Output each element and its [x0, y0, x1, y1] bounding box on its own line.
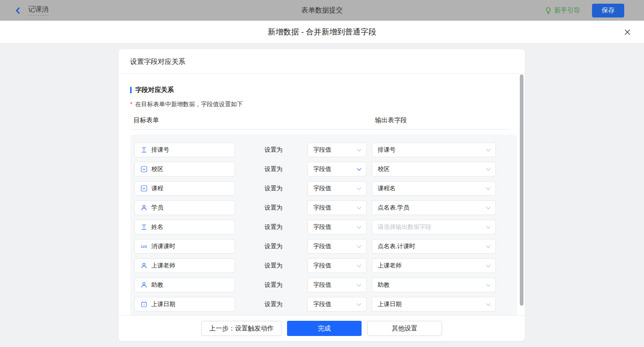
value-type-select[interactable]: 字段值 — [307, 297, 367, 312]
chevron-down-icon — [486, 301, 491, 306]
value-type-select[interactable]: 字段值 — [307, 239, 367, 254]
set-as-label: 设置为 — [264, 220, 282, 234]
value-type-selected: 字段值 — [313, 184, 331, 193]
topbar: 记课消 表单数据提交 新手引导 保存 — [0, 0, 644, 21]
target-field-label: 消课课时 — [151, 242, 175, 250]
lightbulb-icon — [545, 7, 552, 14]
output-field-selected: 助教 — [378, 281, 390, 289]
target-field-box[interactable]: 校区 — [134, 162, 235, 176]
field-type-icon — [140, 147, 147, 154]
accent-bar — [130, 87, 132, 93]
output-field-selected: 排课号 — [378, 146, 396, 154]
hint-text: *在目标表单中新增数据，字段值设置如下 — [130, 100, 525, 108]
output-field-select[interactable]: 排课号 — [372, 142, 496, 157]
target-field-label: 上课老师 — [151, 262, 175, 270]
save-button[interactable]: 保存 — [592, 4, 624, 17]
target-field-label: 学员 — [151, 204, 163, 212]
field-mapping-card: 设置字段对应关系 字段对应关系 *在目标表单中新增数据，字段值设置如下 目标表单… — [119, 49, 525, 341]
value-type-selected: 字段值 — [313, 204, 331, 212]
output-field-selected: 校区 — [378, 165, 390, 173]
output-field-select[interactable]: 助教 — [372, 278, 496, 292]
output-field-selected: 课程名 — [378, 184, 396, 193]
beginner-guide-label: 新手引导 — [554, 6, 580, 15]
field-mapping-row: 姓名 设置为 字段值 请选择输出数据字段 — [130, 220, 517, 234]
output-field-selected: 点名表.计课时 — [378, 242, 415, 250]
card-footer: 上一步：设置触发动作 完成 其他设置 — [119, 315, 525, 341]
field-type-icon — [140, 282, 147, 289]
value-type-selected: 字段值 — [313, 242, 331, 250]
modal-header: 新增数据 - 合并新增到普通字段 — [0, 21, 644, 44]
section-title: 字段对应关系 — [130, 86, 525, 94]
beginner-guide-button[interactable]: 新手引导 — [545, 6, 580, 15]
target-field-box[interactable]: 学员 — [134, 200, 235, 215]
scrollbar-thumb[interactable] — [520, 74, 523, 306]
value-type-select[interactable]: 字段值 — [307, 220, 367, 234]
value-type-selected: 字段值 — [313, 281, 331, 289]
target-field-label: 校区 — [151, 165, 163, 173]
field-rows: 排课号 设置为 字段值 排课号 校区 设置为 字段值 校区 课程 设置为 — [130, 135, 517, 315]
target-field-box[interactable]: 姓名 — [134, 220, 235, 234]
output-field-select[interactable]: 上课老师 — [372, 258, 496, 273]
chevron-down-icon — [357, 185, 362, 190]
chevron-down-icon — [357, 205, 362, 209]
set-as-label: 设置为 — [264, 181, 282, 196]
field-mapping-row: 学员 设置为 字段值 点名表.学员 — [130, 200, 517, 215]
chevron-down-icon — [357, 262, 362, 267]
target-field-box[interactable]: 7 上课日期 — [134, 297, 235, 312]
chevron-down-icon — [486, 224, 491, 228]
value-type-select[interactable]: 字段值 — [307, 200, 367, 215]
chevron-down-icon — [357, 301, 362, 306]
output-field-select[interactable]: 点名表.计课时 — [372, 239, 496, 254]
target-field-label: 助教 — [151, 281, 163, 289]
output-field-selected: 上课老师 — [378, 262, 402, 270]
target-field-box[interactable]: 课程 — [134, 181, 235, 196]
field-type-icon — [140, 185, 147, 192]
target-field-box[interactable]: 上课老师 — [134, 258, 235, 273]
set-as-label: 设置为 — [264, 297, 282, 312]
page-name-label[interactable]: 记课消 — [28, 5, 49, 16]
value-type-selected: 字段值 — [313, 223, 331, 231]
output-field-select[interactable]: 课程名 — [372, 181, 496, 196]
field-mapping-row: 课程 设置为 字段值 课程名 — [130, 181, 517, 196]
value-type-select[interactable]: 字段值 — [307, 181, 367, 196]
target-field-box[interactable]: 排课号 — [134, 142, 235, 157]
target-field-box[interactable]: 助教 — [134, 278, 235, 292]
field-mapping-row: 123 消课课时 设置为 字段值 点名表.计课时 — [130, 239, 517, 254]
field-type-icon: 7 — [140, 301, 147, 308]
other-settings-button[interactable]: 其他设置 — [367, 321, 442, 336]
value-type-select[interactable]: 字段值 — [307, 278, 367, 292]
value-type-select[interactable]: 字段值 — [307, 258, 367, 273]
divider — [130, 129, 511, 130]
done-button[interactable]: 完成 — [287, 321, 362, 336]
set-as-label: 设置为 — [264, 278, 282, 292]
close-button[interactable] — [622, 27, 632, 37]
field-type-icon — [140, 262, 147, 269]
field-type-icon — [140, 224, 147, 231]
target-field-box[interactable]: 123 消课课时 — [134, 239, 235, 254]
field-mapping-row: 排课号 设置为 字段值 排课号 — [130, 142, 517, 157]
back-button[interactable]: 记课消 — [14, 5, 49, 16]
value-type-select[interactable]: 字段值 — [307, 162, 367, 176]
output-field-selected: 请选择输出数据字段 — [378, 223, 431, 231]
svg-text:7: 7 — [143, 303, 145, 307]
previous-step-button[interactable]: 上一步：设置触发动作 — [201, 321, 282, 336]
chevron-down-icon — [357, 147, 362, 151]
output-field-select[interactable]: 上课日期 — [372, 297, 496, 312]
chevron-down-icon — [357, 166, 362, 171]
column-headers: 目标表单 输出表字段 — [133, 116, 525, 125]
output-field-select[interactable]: 请选择输出数据字段 — [372, 220, 496, 234]
value-type-selected: 字段值 — [313, 165, 331, 173]
output-field-select[interactable]: 校区 — [372, 162, 496, 176]
field-type-icon: 123 — [140, 243, 147, 250]
target-field-label: 姓名 — [151, 223, 163, 231]
output-field-select[interactable]: 点名表.学员 — [372, 200, 496, 215]
field-type-icon — [140, 166, 147, 173]
chevron-left-icon — [14, 6, 22, 15]
set-as-label: 设置为 — [264, 142, 282, 157]
set-as-label: 设置为 — [264, 258, 282, 273]
output-field-selected: 点名表.学员 — [378, 204, 409, 212]
card-header: 设置字段对应关系 — [119, 49, 525, 74]
chevron-down-icon — [486, 262, 491, 267]
target-field-label: 上课日期 — [151, 300, 175, 308]
value-type-select[interactable]: 字段值 — [307, 142, 367, 157]
